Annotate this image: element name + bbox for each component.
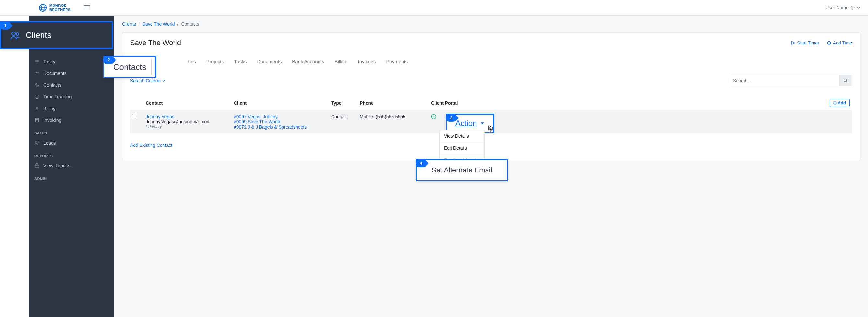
brand-line2: BROTHERS bbox=[49, 8, 71, 12]
sidebar-item-invoicing[interactable]: Invoicing bbox=[29, 114, 114, 126]
menu-view-details[interactable]: View Details bbox=[439, 130, 484, 142]
search-icon bbox=[843, 78, 848, 83]
add-existing-contact-link[interactable]: Add Existing Contact bbox=[130, 143, 172, 148]
play-icon bbox=[791, 41, 795, 45]
add-time-button[interactable]: Add Time bbox=[827, 40, 852, 46]
sidebar-section-sales: SALES bbox=[29, 126, 114, 137]
breadcrumb-sep: / bbox=[178, 22, 179, 27]
sidebar-item-label: Leads bbox=[43, 140, 56, 145]
th-type: Type bbox=[331, 100, 360, 106]
sidebar-item-label: View Reports bbox=[43, 163, 70, 168]
breadcrumb-sep: / bbox=[138, 22, 140, 27]
plus-circle-icon bbox=[827, 41, 831, 45]
tab-billing[interactable]: Billing bbox=[334, 59, 347, 67]
svg-point-5 bbox=[852, 7, 854, 8]
menu-edit-details[interactable]: Edit Details bbox=[439, 142, 484, 154]
sidebar-item-label: Billing bbox=[43, 106, 56, 111]
tab-payments[interactable]: Payments bbox=[386, 59, 408, 67]
chevron-down-icon bbox=[162, 80, 165, 82]
sidebar-item-contacts[interactable]: Contacts bbox=[29, 79, 114, 91]
svg-point-11 bbox=[844, 79, 846, 82]
callout-set-alternate-email: 4 Set Alternate Email bbox=[416, 159, 508, 181]
cursor-pointer-icon bbox=[486, 125, 494, 134]
brand-line1: MONROE bbox=[49, 4, 71, 7]
chevron-down-icon bbox=[857, 7, 860, 9]
check-circle-icon bbox=[431, 115, 436, 120]
user-plus-icon bbox=[34, 140, 39, 145]
sidebar-item-label: Invoicing bbox=[43, 118, 61, 123]
user-name-label: User Name bbox=[826, 5, 848, 10]
add-contact-button[interactable]: Add bbox=[830, 99, 849, 107]
chevron-down-icon bbox=[480, 122, 485, 125]
callout-contacts: 2 Contacts bbox=[103, 56, 156, 78]
breadcrumb-client-name[interactable]: Save The World bbox=[143, 22, 175, 27]
sidebar-item-label: Time Tracking bbox=[43, 94, 72, 99]
invoice-icon bbox=[34, 118, 39, 123]
tab-activities[interactable]: ties bbox=[188, 59, 196, 67]
th-contact: Contact bbox=[146, 100, 234, 106]
client-link[interactable]: #9072 J & J Bagels & Spreadsheets bbox=[234, 124, 331, 129]
folder-icon bbox=[34, 71, 39, 76]
search-input[interactable] bbox=[729, 75, 839, 86]
contact-name-link[interactable]: Johnny Vegas bbox=[146, 114, 234, 119]
plus-circle-icon bbox=[833, 101, 837, 105]
tab-projects[interactable]: Projects bbox=[206, 59, 224, 67]
client-link[interactable]: #9069 Save The World bbox=[234, 119, 331, 124]
callout-number: 1 bbox=[0, 22, 13, 30]
sidebar-section-reports: REPORTS bbox=[29, 149, 114, 160]
th-client: Client bbox=[234, 100, 331, 106]
tab-invoices[interactable]: Invoices bbox=[358, 59, 376, 67]
search-button[interactable] bbox=[839, 75, 852, 86]
brand-logo: MONROE BROTHERS bbox=[39, 4, 71, 11]
contact-type: Contact bbox=[331, 114, 360, 119]
page-title: Save The World bbox=[130, 39, 181, 47]
client-card: Save The World Start Timer Add Time x ti… bbox=[122, 32, 860, 161]
sidebar-item-documents[interactable]: Documents bbox=[29, 67, 114, 79]
topbar: MONROE BROTHERS User Name bbox=[0, 0, 868, 16]
contact-email: Johnny.Vegas@notanemail.com bbox=[146, 119, 234, 124]
callout-label: Action bbox=[456, 119, 477, 128]
breadcrumb-current: Contacts bbox=[181, 22, 199, 27]
sidebar-item-label: Documents bbox=[43, 71, 66, 76]
contact-primary-flag: * Primary bbox=[146, 124, 234, 129]
start-timer-button[interactable]: Start Timer bbox=[791, 40, 819, 46]
tabs: x ties Projects Tasks Documents Bank Acc… bbox=[130, 59, 852, 67]
checklist-icon bbox=[34, 59, 39, 64]
callout-label: Contacts bbox=[113, 62, 147, 72]
tab-bank-accounts[interactable]: Bank Accounts bbox=[292, 59, 324, 67]
svg-point-14 bbox=[12, 32, 15, 35]
sidebar: Dashboard Tasks Documents Contacts Time … bbox=[29, 16, 114, 317]
phone-icon bbox=[34, 83, 39, 88]
contact-phone: Mobile: (555)555-5555 bbox=[360, 114, 431, 119]
tab-tasks[interactable]: Tasks bbox=[234, 59, 247, 67]
svg-point-15 bbox=[16, 33, 19, 35]
clock-icon bbox=[34, 94, 39, 99]
breadcrumb-clients[interactable]: Clients bbox=[122, 22, 136, 27]
tab-documents[interactable]: Documents bbox=[257, 59, 282, 67]
sidebar-item-leads[interactable]: Leads bbox=[29, 137, 114, 149]
gear-icon bbox=[850, 5, 855, 10]
callout-label: Set Alternate Email bbox=[431, 166, 492, 174]
th-phone: Phone bbox=[360, 100, 431, 106]
sidebar-item-billing[interactable]: Billing bbox=[29, 103, 114, 114]
client-link[interactable]: #9067 Vegas, Johnny bbox=[234, 114, 331, 119]
user-menu[interactable]: User Name bbox=[826, 5, 860, 10]
users-icon bbox=[10, 30, 21, 40]
table-header: Contact Client Type Phone Client Portal … bbox=[130, 95, 852, 110]
menu-toggle-icon[interactable] bbox=[84, 5, 90, 10]
callout-number: 4 bbox=[415, 160, 429, 167]
search-criteria-dropdown[interactable]: Search Criteria bbox=[130, 78, 165, 83]
sidebar-item-view-reports[interactable]: View Reports bbox=[29, 160, 114, 172]
row-checkbox[interactable] bbox=[132, 114, 136, 118]
globe-icon bbox=[39, 4, 47, 12]
dollar-icon bbox=[34, 106, 39, 111]
th-portal: Client Portal bbox=[431, 100, 496, 106]
sidebar-item-time-tracking[interactable]: Time Tracking bbox=[29, 91, 114, 103]
sidebar-section-admin: ADMIN bbox=[29, 172, 114, 182]
svg-point-8 bbox=[35, 141, 37, 143]
breadcrumb: Clients / Save The World / Contacts bbox=[122, 16, 860, 32]
sidebar-item-label: Contacts bbox=[43, 83, 61, 88]
callout-label: Clients bbox=[26, 30, 51, 40]
sidebar-item-tasks[interactable]: Tasks bbox=[29, 56, 114, 67]
gift-icon bbox=[34, 163, 39, 168]
